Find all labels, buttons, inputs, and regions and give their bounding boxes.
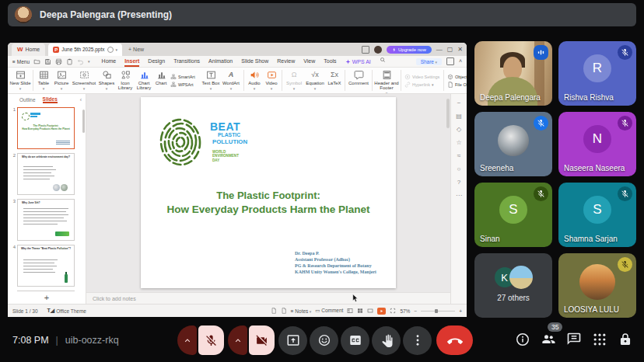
ribbon-symbol[interactable]: ΩSymbol (284, 68, 304, 93)
clipboard-icon[interactable] (66, 58, 73, 65)
captions-button[interactable] (341, 326, 369, 355)
ribbon-equation[interactable]: √xEquation (304, 68, 326, 93)
animation-pane-icon[interactable]: ≈ (457, 153, 460, 159)
tab-wps-ai[interactable]: WPS AI (345, 57, 371, 67)
print-icon[interactable] (55, 58, 62, 65)
menu-button[interactable]: ≡ Menu (12, 59, 30, 64)
tab-layout-icon[interactable] (362, 46, 369, 54)
ribbon-wordart[interactable]: AWordArt (220, 68, 242, 93)
slide-thumbnail-4[interactable]: Why the Theme "Beat Plastic Pollution"? (17, 245, 75, 287)
handout-icon[interactable] (281, 308, 287, 314)
camera-options-button[interactable] (228, 325, 247, 355)
activities-button[interactable] (592, 332, 607, 347)
tab-design[interactable]: Design (148, 57, 165, 67)
spellcheck-icon[interactable] (271, 308, 277, 314)
ribbon-icon-library[interactable]: Icon Library (116, 68, 135, 93)
window-restore-button[interactable]: ▢ (447, 47, 453, 53)
tab-transitions[interactable]: Transitions (173, 57, 200, 67)
zoom-out-button[interactable]: − (414, 308, 417, 314)
wps-account-avatar[interactable] (374, 46, 382, 54)
notes-area[interactable]: Click to add notes (86, 292, 450, 304)
ribbon-chart-library[interactable]: Chart Library (135, 68, 153, 93)
sidebar-toggle-icon[interactable] (446, 57, 454, 65)
normal-view-icon[interactable] (347, 308, 353, 314)
tab-dropdown-caret[interactable]: ▾ (116, 47, 118, 52)
history-icon[interactable]: ○ (457, 166, 461, 172)
presenting-banner[interactable]: Deepa Palengara (Presenting) (8, 3, 636, 26)
raise-hand-button[interactable] (372, 326, 401, 355)
open-folder-icon[interactable] (33, 58, 40, 65)
ribbon-latex[interactable]: ΣxLaTeX (326, 68, 343, 93)
chat-button[interactable] (566, 332, 582, 347)
slide-thumbnail-1[interactable]: The Plastic Footprint:How Everyday Produ… (17, 107, 75, 149)
ribbon-header-footer[interactable]: Header and Footer (374, 68, 399, 93)
ribbon-smartart[interactable]: SmartArt (170, 74, 200, 80)
properties-icon[interactable]: ▤ (456, 113, 462, 120)
ribbon-text-box[interactable]: Text Box (201, 68, 220, 93)
tab-insert[interactable]: Insert (124, 57, 139, 67)
ribbon-new-slide[interactable]: New Slide (9, 68, 31, 93)
slide-thumbnail-3[interactable]: Why June 5th? (17, 199, 75, 241)
ribbon-picture[interactable]: Picture (52, 68, 71, 93)
ribbon-shapes[interactable]: Shapes (97, 68, 116, 93)
wps-home-tab[interactable]: W Home (12, 44, 45, 56)
ribbon-comment[interactable]: Comment (347, 68, 370, 93)
tab-view[interactable]: View (303, 57, 315, 67)
ribbon-table[interactable]: Table (35, 68, 52, 93)
zoom-in-button[interactable]: + (459, 308, 462, 314)
ribbon-hyperlink[interactable]: Hyperlink (404, 82, 440, 88)
mic-toggle-button[interactable] (198, 325, 224, 355)
tab-tools[interactable]: Tools (324, 57, 336, 67)
collapse-panel-icon[interactable]: ‹ (80, 97, 82, 103)
camera-toggle-button[interactable] (249, 325, 275, 355)
new-document-tab[interactable]: + New (128, 47, 144, 52)
zoom-slider-thumb[interactable] (435, 309, 438, 313)
ribbon-wpsart[interactable]: WPSArt (170, 82, 200, 88)
window-close-button[interactable]: ✕ (457, 47, 463, 53)
ribbon-chart[interactable]: Chart (153, 68, 169, 93)
panel-scrollbar[interactable] (82, 110, 85, 133)
ribbon-screenshot[interactable]: Screenshot (71, 68, 97, 93)
current-slide[interactable]: BEAT PLASTIC POLLUTION WORLD ENVIRONMENT… (141, 97, 396, 288)
collapse-strip-icon[interactable]: − (457, 100, 461, 106)
tile-sinan[interactable]: S Sinan (474, 183, 552, 247)
save-icon[interactable] (44, 58, 51, 65)
mic-options-button[interactable] (177, 325, 197, 355)
ribbon-video-settings[interactable]: Video Settings (404, 74, 440, 80)
people-button[interactable]: 35 (541, 332, 556, 347)
ribbon-audio[interactable]: Audio (246, 68, 263, 93)
theme-selector[interactable]: T◢ Office Theme (47, 308, 86, 314)
tab-animation[interactable]: Animation (208, 57, 233, 67)
ribbon-video[interactable]: Video (263, 68, 280, 93)
more-tools-icon[interactable]: ⋯ (456, 193, 462, 199)
share-button[interactable]: Share (416, 58, 442, 65)
reactions-button[interactable] (310, 326, 338, 355)
tile-deepa-palengara[interactable]: Deepa Palengara (474, 41, 552, 106)
add-slide-button[interactable]: + (8, 291, 86, 304)
tile-naseera-naseera[interactable]: N Naseera Naseera (558, 112, 636, 176)
present-screen-button[interactable] (278, 326, 307, 355)
sorter-view-icon[interactable] (357, 308, 363, 314)
panel-tab-outline[interactable]: Outline (19, 97, 36, 103)
notes-toggle[interactable]: ≡ Notes (291, 308, 312, 314)
design-pane-icon[interactable]: ◇ (457, 127, 461, 133)
search-icon[interactable] (380, 57, 386, 63)
slide-thumbnail-2[interactable]: Why do we celebrate environment day? (17, 153, 75, 195)
wps-document-tab[interactable]: P June 5th 2025.pptx ▾ (48, 44, 122, 56)
ribbon-file-object[interactable]: File Object (447, 82, 467, 88)
tile-overflow-others[interactable]: K 27 others (474, 253, 552, 318)
host-controls-button[interactable] (618, 332, 633, 347)
more-options-button[interactable] (403, 326, 432, 355)
effects-icon[interactable]: ☆ (456, 140, 461, 146)
collapse-ribbon-button[interactable]: ˄ (459, 58, 462, 64)
help-icon[interactable]: ? (457, 179, 460, 186)
canvas-scrollbar[interactable] (446, 99, 450, 128)
undo-icon[interactable] (77, 58, 84, 65)
tile-shamna-sarjan[interactable]: S Shamna Sarjan (558, 183, 636, 247)
tab-review[interactable]: Review (277, 57, 295, 67)
tab-home[interactable]: Home (102, 57, 117, 67)
ribbon-object[interactable]: Object (447, 74, 467, 80)
window-minimize-button[interactable]: — (436, 47, 443, 53)
comment-toggle[interactable]: ▭ Comment (315, 308, 343, 314)
fit-slide-icon[interactable] (390, 308, 396, 314)
